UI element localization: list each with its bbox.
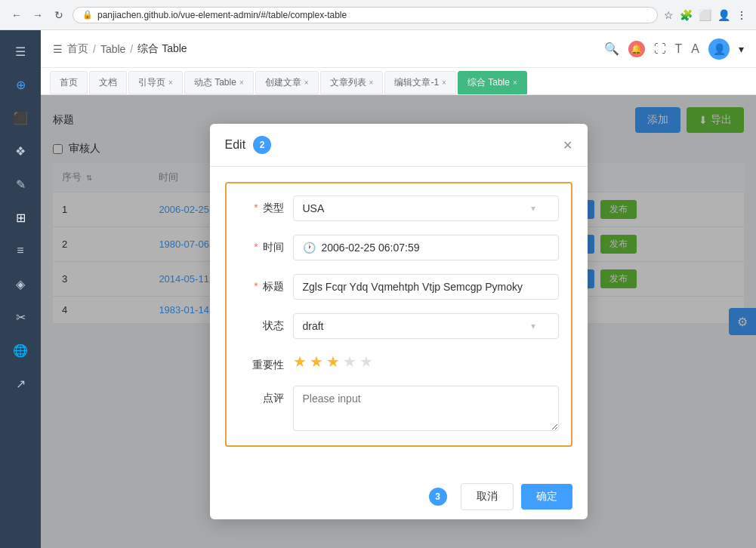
form-section: * 类型 USA ▾: [225, 182, 572, 447]
fullscreen-icon[interactable]: ⛶: [654, 42, 666, 56]
lang-icon[interactable]: A: [691, 42, 699, 56]
tab-guide-label: 引导页: [138, 76, 165, 89]
type-control: USA ▾: [293, 195, 559, 221]
comment-control: [293, 386, 559, 433]
sidebar-item-edit[interactable]: ✎: [5, 169, 35, 199]
form-row-comment: 点评: [239, 386, 559, 433]
sidebar-item-table[interactable]: ⊞: [5, 202, 35, 232]
tab-home[interactable]: 首页: [50, 71, 88, 94]
search-icon[interactable]: 🔍: [604, 42, 619, 56]
sidebar-item-clip[interactable]: ✂: [5, 302, 35, 332]
refresh-button[interactable]: ↻: [51, 8, 66, 23]
clock-icon: 🕐: [303, 242, 316, 254]
breadcrumb-table[interactable]: Table: [100, 43, 125, 55]
extension-icon[interactable]: 🧩: [680, 9, 693, 21]
profile-icon[interactable]: 👤: [717, 9, 730, 21]
status-select[interactable]: draft ▾: [293, 313, 559, 339]
bookmark-icon[interactable]: ☆: [664, 9, 674, 21]
tab-complex-label: 综合 Table: [467, 76, 510, 89]
avatar-icon[interactable]: 👤: [708, 38, 730, 60]
sidebar-item-add[interactable]: ⊕: [5, 69, 35, 100]
title-control: [293, 274, 559, 300]
sidebar: ☰ ⊕ ⬛ ❖ ✎ ⊞ ≡ ◈ ✂ 🌐 ↗: [0, 30, 41, 548]
tab-guide-close[interactable]: ×: [168, 79, 173, 87]
tab-edit-label: 编辑文章-1: [394, 76, 439, 89]
time-value: 2006-02-25 06:07:59: [322, 242, 420, 254]
tab-edit-close[interactable]: ×: [442, 79, 446, 87]
form-row-importance: 重要性 ★ ★ ★ ★ ★: [239, 353, 559, 372]
tab-complex-table[interactable]: 综合 Table ×: [458, 71, 527, 94]
window-icon[interactable]: ⬜: [699, 9, 711, 21]
star-1[interactable]: ★: [293, 353, 307, 371]
tab-complex-close[interactable]: ×: [513, 79, 517, 87]
sidebar-item-globe[interactable]: 🌐: [5, 335, 35, 365]
menu-toggle-icon[interactable]: ☰: [53, 43, 63, 55]
required-star-title: *: [254, 280, 258, 292]
tab-dynamic-table-label: 动态 Table: [194, 76, 236, 89]
dialog-body: * 类型 USA ▾: [210, 167, 588, 474]
form-row-status: 状态 draft ▾: [239, 313, 559, 339]
step-badge-3: 3: [429, 488, 447, 506]
type-label-text: 类型: [263, 202, 284, 214]
comment-textarea[interactable]: [293, 386, 559, 431]
confirm-button[interactable]: 确定: [521, 484, 572, 510]
sidebar-item-list[interactable]: ≡: [5, 236, 35, 266]
back-button[interactable]: ←: [9, 8, 24, 23]
dialog-title: Edit: [225, 138, 246, 152]
menu-dots[interactable]: ⋮: [736, 9, 747, 21]
title-label-text: 标题: [263, 280, 284, 292]
status-value: draft: [303, 320, 324, 332]
tab-edit-article[interactable]: 编辑文章-1 ×: [384, 71, 456, 94]
tab-create-article[interactable]: 创建文章 ×: [255, 71, 319, 94]
dialog-header: Edit 2 ✕: [210, 124, 588, 167]
title-label-form: * 标题: [239, 274, 284, 294]
status-control: draft ▾: [293, 313, 559, 339]
dialog-close-button[interactable]: ✕: [563, 138, 572, 152]
time-label: * 时间: [239, 235, 284, 254]
sidebar-item-external[interactable]: ↗: [5, 368, 35, 399]
importance-control: ★ ★ ★ ★ ★: [293, 353, 559, 371]
sidebar-item-dashboard[interactable]: ⬛: [5, 103, 35, 133]
tab-bar: 首页 文档 引导页 × 动态 Table × 创建文章 × 文章列表 ×: [41, 68, 756, 95]
time-label-text: 时间: [263, 241, 284, 253]
status-label-text: 状态: [263, 319, 284, 331]
comment-label-text: 点评: [263, 392, 284, 404]
tab-create-close[interactable]: ×: [304, 79, 309, 87]
star-3[interactable]: ★: [326, 353, 340, 371]
cancel-button[interactable]: 取消: [461, 483, 514, 510]
title-input[interactable]: [293, 274, 559, 300]
star-rating[interactable]: ★ ★ ★ ★ ★: [293, 353, 559, 371]
select-arrow-type: ▾: [531, 203, 535, 214]
star-4[interactable]: ★: [343, 353, 356, 371]
select-arrow-status: ▾: [531, 321, 535, 331]
address-bar[interactable]: 🔒 panjiachen.github.io/vue-element-admin…: [73, 7, 658, 23]
dropdown-icon[interactable]: ▾: [739, 43, 744, 55]
font-size-icon[interactable]: T: [675, 42, 683, 56]
tab-docs[interactable]: 文档: [89, 71, 127, 94]
type-value: USA: [303, 202, 325, 214]
sidebar-item-component[interactable]: ❖: [5, 136, 35, 166]
bell-badge-icon[interactable]: 🔔: [628, 41, 645, 57]
required-star-time: *: [254, 241, 258, 253]
type-select[interactable]: USA ▾: [293, 195, 559, 221]
breadcrumb-sep1: /: [93, 43, 96, 55]
form-row-type: * 类型 USA ▾: [239, 195, 559, 221]
forward-button[interactable]: →: [30, 8, 45, 23]
importance-label: 重要性: [239, 353, 284, 372]
tab-list-close[interactable]: ×: [369, 79, 374, 87]
time-input[interactable]: 🕐 2006-02-25 06:07:59: [293, 235, 559, 260]
time-control: 🕐 2006-02-25 06:07:59: [293, 235, 559, 260]
star-2[interactable]: ★: [310, 353, 323, 371]
tab-guide[interactable]: 引导页 ×: [128, 71, 183, 94]
sidebar-item-theme[interactable]: ◈: [5, 269, 35, 299]
comment-label: 点评: [239, 386, 284, 405]
tab-dynamic-close[interactable]: ×: [239, 79, 244, 87]
breadcrumb-home[interactable]: 首页: [67, 42, 88, 56]
browser-chrome: ← → ↻ 🔒 panjiachen.github.io/vue-element…: [0, 0, 756, 30]
top-actions: 🔍 🔔 ⛶ T A 👤 ▾: [604, 38, 744, 60]
dialog-footer: 3 取消 确定: [210, 474, 588, 519]
star-5[interactable]: ★: [359, 353, 373, 371]
tab-dynamic-table[interactable]: 动态 Table ×: [184, 71, 254, 94]
tab-article-list[interactable]: 文章列表 ×: [320, 71, 384, 94]
sidebar-item-menu[interactable]: ☰: [5, 36, 35, 66]
